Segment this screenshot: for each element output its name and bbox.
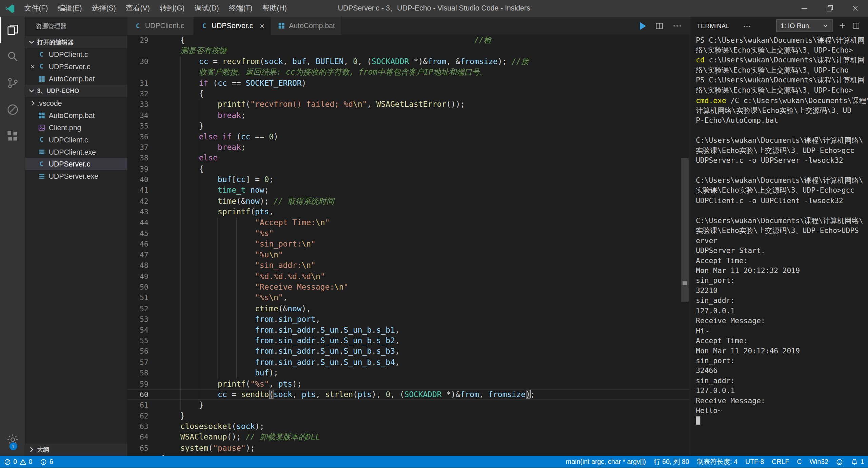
current-symbol[interactable]: main(int argc, char * argv[]) (562, 456, 650, 468)
line-number[interactable] (127, 67, 162, 78)
open-editor-UDPClient.c[interactable]: CUDPClient.c (25, 48, 127, 60)
code-line-53[interactable]: 53 from.sin_port, (127, 314, 690, 325)
line-number[interactable]: 52 (127, 303, 162, 314)
line-number[interactable]: 34 (127, 110, 162, 121)
open-editors-header[interactable]: 打开的编辑器 (25, 36, 127, 48)
code-line-62[interactable]: 62 } (127, 411, 690, 422)
terminal-select[interactable]: 1: IO Run (776, 19, 833, 32)
tree-item-UDPServer.exe[interactable]: UDPServer.exe (25, 170, 127, 182)
code-line-37[interactable]: 37 break; (127, 142, 690, 153)
code-line-58[interactable]: 58 buf); (127, 368, 690, 378)
code-line-36[interactable]: 36 else if (cc == 0) (127, 132, 690, 142)
source-control-activity-icon[interactable] (0, 70, 25, 96)
outline-section-header[interactable]: 大纲 (25, 444, 127, 456)
code-line-wrap[interactable]: 测是否有按键 (127, 46, 690, 57)
tree-item-UDPClient.exe[interactable]: UDPClient.exe (25, 145, 127, 158)
search-activity-icon[interactable] (0, 43, 25, 70)
line-number[interactable]: 66 (127, 454, 162, 456)
menu-item-5[interactable]: 调试(D) (190, 0, 224, 17)
code-line-57[interactable]: 57 from.sin_addr.S_un.S_un_b.s_b4, (127, 357, 690, 368)
line-number[interactable]: 55 (127, 335, 162, 346)
code-line-31[interactable]: 31 if (cc == SOCKET_ERROR) (127, 78, 690, 89)
code-line-30[interactable]: 30 cc = recvfrom(sock, buf, BUFLEN, 0, (… (127, 56, 690, 67)
code-line-44[interactable]: 44 "Accept Time:\n" (127, 217, 690, 228)
folder-section-header[interactable]: 3、UDP-ECHO (25, 85, 127, 97)
line-number[interactable]: 30 (127, 56, 162, 67)
menu-item-1[interactable]: 编辑(E) (53, 0, 87, 17)
line-number[interactable]: 39 (127, 164, 162, 175)
line-number[interactable]: 58 (127, 368, 162, 378)
line-number[interactable]: 46 (127, 239, 162, 250)
code-line-63[interactable]: 63 closesocket(sock); (127, 422, 690, 432)
terminal-more-actions-icon[interactable]: ⋯ (743, 21, 751, 31)
code-line-55[interactable]: 55 from.sin_addr.S_un.S_un_b.s_b2, (127, 335, 690, 346)
code-line-32[interactable]: 32 { (127, 89, 690, 99)
language-mode[interactable]: C (793, 456, 806, 468)
code-line-66[interactable]: 66} (127, 454, 690, 456)
tree-item-.vscode[interactable]: .vscode (25, 97, 127, 109)
close-editor-icon[interactable]: × (28, 62, 37, 70)
code-line-64[interactable]: 64 WSACleanup(); // 卸载某版本的DLL (127, 432, 690, 443)
line-number[interactable]: 61 (127, 400, 162, 411)
line-number[interactable]: 49 (127, 271, 162, 282)
line-number[interactable]: 54 (127, 325, 162, 336)
line-number[interactable]: 56 (127, 346, 162, 357)
tree-item-UDPServer.c[interactable]: CUDPServer.c (25, 158, 127, 170)
encoding[interactable]: UTF-8 (742, 456, 768, 468)
close-tab-icon[interactable]: × (260, 21, 264, 31)
code-line-45[interactable]: 45 "%s" (127, 228, 690, 239)
line-number[interactable]: 45 (127, 228, 162, 239)
line-number[interactable]: 57 (127, 357, 162, 368)
line-number[interactable]: 35 (127, 121, 162, 132)
run-code-icon[interactable] (640, 22, 646, 30)
code-editor[interactable]: 29 { //检 测是否有按键30 cc = recvfrom(sock, bu… (127, 35, 690, 456)
tab-UDPClient.c[interactable]: CUDPClient.c (127, 17, 194, 35)
editor-scrollbar[interactable] (681, 158, 689, 301)
menu-item-6[interactable]: 终端(T) (224, 0, 257, 17)
tab-UDPServer.c[interactable]: CUDPServer.c× (194, 17, 271, 35)
menu-item-2[interactable]: 选择(S) (87, 0, 121, 17)
code-line-56[interactable]: 56 from.sin_addr.S_un.S_un_b.s_b3, (127, 346, 690, 357)
line-number[interactable]: 36 (127, 132, 162, 142)
line-number[interactable]: 64 (127, 432, 162, 443)
menu-item-4[interactable]: 转到(G) (155, 0, 190, 17)
eol-sequence[interactable]: CRLF (768, 456, 793, 468)
code-line-65[interactable]: 65 system("pause"); (127, 443, 690, 454)
code-line-46[interactable]: 46 "sin_port:\n" (127, 239, 690, 250)
line-number[interactable]: 29 (127, 35, 162, 46)
code-line-61[interactable]: 61 } (127, 400, 690, 411)
line-number[interactable]: 62 (127, 411, 162, 422)
code-line-35[interactable]: 35 } (127, 121, 690, 132)
feedback-smiley[interactable] (832, 456, 847, 468)
line-number[interactable]: 47 (127, 250, 162, 260)
line-number[interactable]: 44 (127, 217, 162, 228)
platform[interactable]: Win32 (806, 456, 832, 468)
terminal-output[interactable]: PS C:\Users\wukan\Documents\课程\计算机网络\实验课… (690, 35, 868, 456)
tree-item-UDPClient.c[interactable]: CUDPClient.c (25, 133, 127, 145)
code-line-49[interactable]: 49 "%d.%d.%d.%d\n" (127, 271, 690, 282)
more-actions-icon[interactable]: ⋯ (673, 20, 682, 31)
debug-activity-icon[interactable] (0, 96, 25, 123)
line-number[interactable]: 42 (127, 196, 162, 207)
settings-gear-icon[interactable]: 1 (6, 431, 19, 448)
tree-item-Client.png[interactable]: Client.png (25, 121, 127, 134)
code-line-38[interactable]: 38 else (127, 153, 690, 164)
new-terminal-icon[interactable] (838, 22, 846, 30)
indentation[interactable]: 制表符长度: 4 (693, 456, 742, 468)
tree-item-AutoComp.bat[interactable]: AutoComp.bat (25, 109, 127, 121)
problems-indicator[interactable]: 0 0 (0, 456, 36, 468)
code-line-43[interactable]: 43 sprintf(pts, (127, 207, 690, 217)
code-line-48[interactable]: 48 "sin_addr:\n" (127, 260, 690, 271)
code-line-60[interactable]: 60 cc = sendto(sock, pts, strlen(pts), 0… (127, 389, 690, 400)
code-line-52[interactable]: 52 ctime(&now), (127, 303, 690, 314)
menu-item-0[interactable]: 文件(F) (19, 0, 53, 17)
code-line-41[interactable]: 41 time_t now; (127, 185, 690, 196)
code-line-54[interactable]: 54 from.sin_addr.S_un.S_un_b.s_b1, (127, 325, 690, 336)
explorer-activity-icon[interactable] (0, 17, 25, 43)
extensions-activity-icon[interactable] (0, 123, 25, 149)
code-line-42[interactable]: 42 time(&now); // 取得系统时间 (127, 196, 690, 207)
info-indicator[interactable]: 6 (36, 456, 57, 468)
line-number[interactable]: 31 (127, 78, 162, 89)
line-number[interactable]: 38 (127, 153, 162, 164)
line-number[interactable]: 53 (127, 314, 162, 325)
